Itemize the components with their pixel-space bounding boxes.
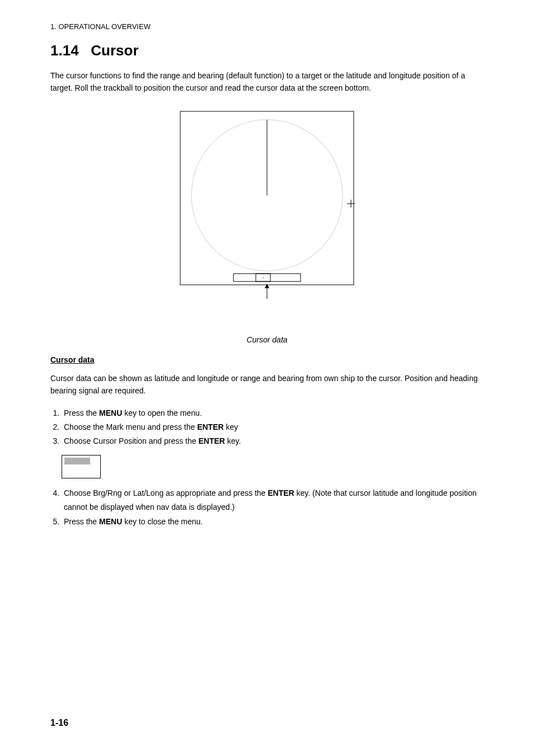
step-text: Choose Brg/Rng or Lat/Long as appropriat… — [64, 489, 268, 497]
step-text: Press the — [64, 408, 99, 417]
step-3: Choose Cursor Position and press the ENT… — [62, 434, 484, 448]
section-title: Cursor — [91, 42, 138, 59]
svg-rect-5 — [233, 274, 301, 281]
cursor-data-intro: Cursor data can be shown as latitude and… — [50, 372, 484, 397]
svg-marker-9 — [265, 284, 269, 288]
step-key: ENTER — [198, 436, 224, 445]
step-4: Choose Brg/Rng or Lat/Long as appropriat… — [62, 486, 484, 514]
step-key: ENTER — [268, 489, 294, 497]
radar-diagram: + — [50, 106, 484, 307]
figure-caption: Cursor data — [50, 335, 484, 344]
radar-diagram-svg: + — [175, 106, 359, 307]
step-2: Choose the Mark menu and press the ENTER… — [62, 420, 484, 434]
step-text: key to close the menu. — [122, 517, 203, 526]
intro-paragraph: The cursor functions to find the range a… — [50, 69, 484, 95]
step-text: Press the — [64, 517, 99, 526]
instruction-list-bottom: Choose Brg/Rng or Lat/Long as appropriat… — [50, 486, 484, 529]
step-text: key — [224, 422, 238, 431]
step-text: key to open the menu. — [122, 408, 202, 417]
cursor-data-subheading: Cursor data — [50, 355, 484, 364]
instruction-list-top: Press the MENU key to open the menu. Cho… — [50, 406, 484, 449]
option-highlight — [64, 458, 90, 464]
step-text: key. — [225, 436, 241, 445]
step-1: Press the MENU key to open the menu. — [62, 406, 484, 420]
section-heading: 1.14 Cursor — [50, 42, 484, 59]
step-text: Choose Cursor Position and press the — [64, 436, 198, 445]
step-key: MENU — [99, 408, 122, 417]
option-box — [62, 455, 101, 478]
step-key: MENU — [99, 517, 122, 526]
step-key: ENTER — [197, 422, 223, 431]
page-header: 1. OPERATIONAL OVERVIEW — [50, 22, 484, 31]
section-number: 1.14 — [50, 42, 79, 59]
svg-text:+: + — [262, 276, 264, 280]
page-number: 1-16 — [50, 718, 68, 728]
step-text: Choose the Mark menu and press the — [64, 422, 197, 431]
step-5: Press the MENU key to close the menu. — [62, 515, 484, 529]
